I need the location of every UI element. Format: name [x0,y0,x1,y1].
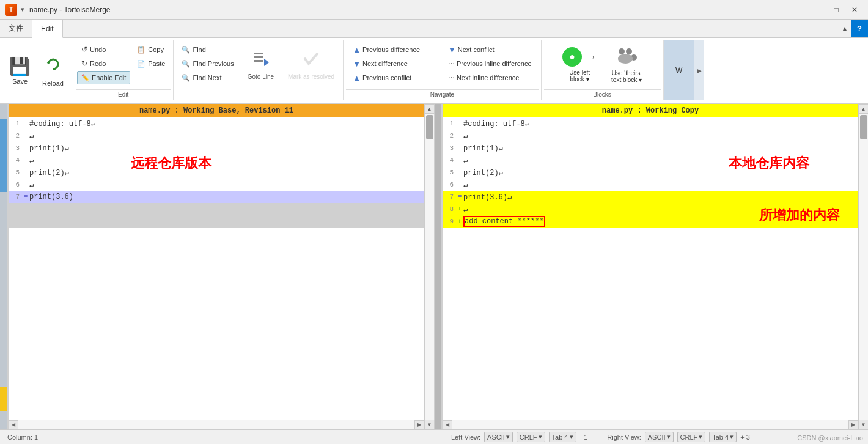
ribbon: 💾 Save Reload ↺ Undo [0,38,868,104]
status-left: Column: 1 [0,434,446,441]
use-theirs-icon [616,46,638,67]
status-bar: Column: 1 Left View: ASCII ▾ CRLF ▾ Tab … [0,429,868,444]
goto-line-button[interactable]: Goto Line [242,43,279,87]
right-scroll-left-arrow[interactable]: ◀ [443,420,452,430]
right-tab-dropdown[interactable]: Tab 4 ▾ [709,432,737,442]
redo-button[interactable]: ↻ Redo [77,57,130,70]
scroll-left-arrow[interactable]: ◀ [9,420,18,430]
minimize-button[interactable]: ─ [809,4,826,16]
next-diff-button[interactable]: ▼ Next difference [347,57,442,70]
ribbon-group-blocks: ● → Use leftblock ▾ Use 'theirs'text blo… [542,40,664,100]
help-button[interactable]: ? [851,20,868,37]
right-scroll-thumb[interactable] [860,115,867,139]
gutter-bottom [0,411,7,429]
left-extra: - 1 [580,434,588,441]
arrow-down-icon: ▼ [353,59,361,68]
maximize-button[interactable]: □ [828,4,845,16]
svg-point-7 [618,54,633,64]
arrow-up-icon: ▲ [353,45,361,54]
watermark: CSDN @xiaomei-Liao [797,434,863,442]
prev-conflict-button[interactable]: ▲ Previous conflict [347,71,442,84]
right-scroll-down-arrow[interactable]: ▼ [859,420,869,429]
close-button[interactable]: ✕ [846,4,863,16]
ribbon-collapse-button[interactable]: ▲ [841,24,848,33]
dropdown-arrow2: ▾ [539,433,542,441]
reload-icon [43,54,63,78]
use-left-block-button[interactable]: ● → Use leftblock ▾ [557,43,601,87]
right-scrollbar-v[interactable]: ▲ ▼ [858,104,868,429]
svg-rect-0 [254,53,263,54]
left-eol-dropdown[interactable]: CRLF ▾ [517,432,545,442]
right-scroll-v-track[interactable] [859,114,868,420]
reload-button[interactable]: Reload [38,48,68,92]
left-pane-wrapper: name.py : Working Base, Revision 11 1 #c… [9,104,434,429]
left-tab-dropdown[interactable]: Tab 4 ▾ [549,432,576,442]
save-button[interactable]: 💾 Save [5,48,35,92]
scroll-up-arrow[interactable]: ▲ [425,104,435,114]
prev-diff-button[interactable]: ▲ Previous difference [347,43,442,56]
scroll-v-track[interactable] [425,114,434,420]
right-scroll-h-track[interactable] [452,420,848,429]
ribbon-group-edit: ↺ Undo ↻ Redo ✏️ Enable Edit 📋 Copy [73,40,174,100]
find-button[interactable]: 🔍 Find [177,43,238,56]
right-pane-content[interactable]: 1 #coding: utf-8↵ 2 ↵ 3 print(1)↵ [443,117,858,420]
w-group-partial[interactable]: W [664,40,694,100]
edit-group-label: Edit [76,89,171,99]
right-eol-dropdown[interactable]: CRLF ▾ [677,432,706,442]
window-controls: ─ □ ✕ [809,4,863,16]
title-text: name.py - TortoiseMerge [29,6,809,14]
left-diff-pane: name.py : Working Base, Revision 11 1 #c… [9,104,424,429]
mark-resolved-button: Mark as resolved [283,43,339,87]
prev-inline-diff-button[interactable]: ⋯ Previous inline difference [443,57,537,70]
table-row: 9 + add content ****** [443,215,858,228]
right-scrollbar-h[interactable]: ◀ ▶ [443,420,858,429]
right-diff-lines: 1 #coding: utf-8↵ 2 ↵ 3 print(1)↵ [443,117,858,228]
right-view-label: Right View: [607,434,641,441]
table-row: 4 ↵ [443,154,858,166]
find-previous-button[interactable]: 🔍 Find Previous [177,57,238,70]
left-diff-lines: 1 #coding: utf-8↵ 2 ↵ 3 print(1)↵ [9,117,424,228]
right-scroll-up-arrow[interactable]: ▲ [859,104,869,114]
scroll-down-arrow[interactable]: ▼ [425,420,435,429]
save-reload-content: 💾 Save Reload [2,42,70,99]
left-scrollbar-v[interactable]: ▲ ▼ [424,104,434,429]
gutter-mark-blue [0,119,7,192]
gutter-mark-yellow [0,387,7,411]
use-theirs-block-button[interactable]: Use 'theirs'text block ▾ [606,43,647,87]
next-inline-diff-button[interactable]: ⋯ Next inline difference [443,71,537,84]
menu-file[interactable]: 文件 [0,20,32,37]
scroll-thumb[interactable] [426,115,433,139]
undo-button[interactable]: ↺ Undo [77,43,130,56]
table-row: 3 print(1)↵ [9,142,424,154]
table-row: 5 print(2)↵ [9,166,424,179]
center-gutter [435,104,441,429]
magnify-icon: 🔍 [182,46,190,54]
table-row: 2 ↵ [443,130,858,142]
scroll-right-arrow[interactable]: ▶ [414,420,424,430]
right-encoding-dropdown[interactable]: ASCII ▾ [645,432,674,442]
table-row [9,203,424,215]
arrow-up2-icon: ▲ [353,73,361,83]
right-scroll-right-arrow[interactable]: ▶ [848,420,858,430]
left-encoding-dropdown[interactable]: ASCII ▾ [484,432,513,442]
main-area: name.py : Working Base, Revision 11 1 #c… [0,104,868,429]
paste-button[interactable]: 📄 Paste [133,57,169,70]
find-next-button[interactable]: 🔍 Find Next [177,71,238,84]
left-pane-content[interactable]: 1 #coding: utf-8↵ 2 ↵ 3 print(1)↵ [9,117,424,420]
menu-bar: 文件 Edit ▲ ? [0,20,868,38]
ribbon-scroll-right[interactable]: ▶ [694,40,704,100]
dropdown-arrow6: ▾ [730,433,734,441]
copy-button[interactable]: 📋 Copy [133,43,169,56]
scroll-h-track[interactable] [18,420,414,429]
enable-edit-button[interactable]: ✏️ Enable Edit [77,71,130,84]
next-conflict-button[interactable]: ▼ Next conflict [443,43,537,56]
find-buttons: 🔍 Find 🔍 Find Previous 🔍 Find Next [177,43,238,84]
svg-point-4 [619,48,625,54]
dropdown-arrow5: ▾ [699,433,702,441]
menu-edit[interactable]: Edit [32,20,63,38]
left-scrollbar-h[interactable]: ◀ ▶ [9,420,424,429]
pin-icon[interactable]: ▾ [21,6,24,13]
ribbon-group-navigate: ▲ Previous difference ▼ Next conflict ▼ … [344,40,541,100]
blocks-group-label: Blocks [544,89,661,99]
copy-icon: 📋 [137,46,145,54]
